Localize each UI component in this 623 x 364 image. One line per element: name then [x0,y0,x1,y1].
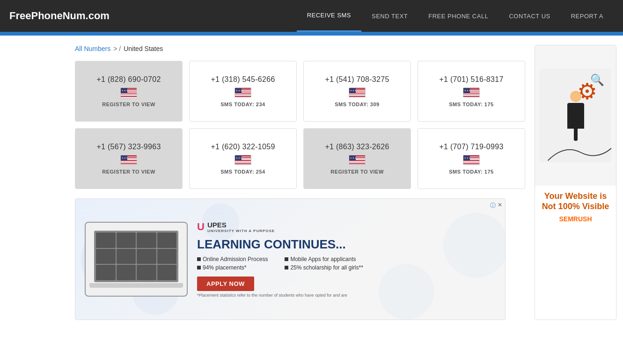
card-4-label: SMS TODAY: 175 [449,102,493,107]
nav-contact-us[interactable]: CONTACT US [498,0,560,32]
svg-point-4 [443,213,505,278]
breadcrumb-all-numbers[interactable]: All Numbers [75,45,110,52]
ad-bullet-4: 25% scholarship for all girls** [285,264,363,271]
ad-x-icon[interactable]: ✕ [498,202,502,210]
nav-free-phone-call[interactable]: FREE PHONE CALL [418,0,498,32]
us-flag-8: ★★★★★★ [463,155,480,165]
ad-disclaimer: *Placement statistics refer to the numbe… [197,293,363,298]
upes-tagline: UNIVERSITY WITH A PURPOSE [207,229,275,233]
sidebar-ad-image: ⚙ 🔍 [535,45,616,186]
sidebar-illustration: ⚙ 🔍 [540,69,611,162]
card-3-label: SMS TODAY: 309 [335,102,379,107]
sidebar-ad: ⓘ ✕ ⚙ 🔍 Your W [535,45,616,320]
breadcrumb: All Numbers > / United States [75,45,525,52]
ad-apply-button[interactable]: APPLY NOW [197,277,254,291]
ad-headline: LEARNING CONTINUES... [197,238,363,251]
phone-number-3: +1 (541) 708-3275 [325,75,389,84]
us-flag-3: ★★★★★★ [349,87,366,98]
upes-name: UPES [207,221,275,229]
card-2-label: SMS TODAY: 234 [220,102,265,107]
phone-card-1[interactable]: +1 (828) 690-0702 ★★★★★★ REGISTER TO VIE… [75,61,183,122]
us-flag-6: ★★★★★★ [235,155,251,165]
bullet-sq-2 [285,257,288,261]
bullet-text-1: Online Admission Process [203,256,268,262]
upes-u-icon: U [197,221,205,233]
phone-number-5: +1 (567) 323-9963 [96,143,161,151]
us-flag-2: ★★★★★★ [235,87,251,98]
bullet-sq-4 [285,266,288,269]
card-1-label: REGISTER TO VIEW [102,102,155,107]
bullet-text-4: 25% scholarship for all girls** [290,264,363,271]
ad-bullets: Online Admission Process Mobile Apps for… [197,256,363,271]
bullet-sq-3 [197,266,201,269]
phone-number-2: +1 (318) 545-6266 [211,75,275,84]
nav-report[interactable]: REPORT A [561,0,614,32]
bullet-text-2: Mobile Apps for applicants [290,256,356,262]
phone-number-7: +1 (863) 323-2626 [325,143,389,151]
us-flag-5: ★★★★★★ [120,155,137,165]
phone-number-1: +1 (828) 690-0702 [96,75,161,84]
us-flag-1: ★★★★★★ [120,87,137,98]
phone-number-6: +1 (620) 322-1059 [211,143,275,151]
content-area: All Numbers > / United States +1 (828) 6… [75,45,525,320]
blue-bar [0,32,623,36]
ad-bullet-2: Mobile Apps for applicants [285,256,363,262]
phone-number-8: +1 (707) 719-0993 [439,143,503,151]
bullet-text-3: 94% placements* [203,264,246,271]
phone-card-7[interactable]: +1 (863) 323-2626 ★★★★★★ REGISTER TO VIE… [303,128,411,189]
ad-laptop-image [85,222,188,297]
ad-text-block: U UPES UNIVERSITY WITH A PURPOSE LEARNIN… [197,221,363,298]
card-5-label: REGISTER TO VIEW [102,169,155,175]
nav-send-text[interactable]: SEND TEXT [361,0,418,32]
main-content: All Numbers > / United States +1 (828) 6… [0,36,623,329]
breadcrumb-separator: > / [113,45,121,52]
ad-bullet-1: Online Admission Process [197,256,275,262]
phone-number-4: +1 (701) 516-8317 [439,75,503,84]
card-8-label: SMS TODAY: 175 [449,169,493,175]
phone-card-8[interactable]: +1 (707) 719-0993 ★★★★★★ SMS TODAY: 175 [418,128,525,189]
phone-card-6[interactable]: +1 (620) 322-1059 ★★★★★★ SMS TODAY: 254 [189,128,297,189]
card-7-label: REGISTER TO VIEW [330,169,384,175]
header: FreePhoneNum.com RECEIVE SMS SEND TEXT F… [0,0,623,32]
logo[interactable]: FreePhoneNum.com [9,10,297,22]
phone-card-2[interactable]: +1 (318) 545-6266 ★★★★★★ SMS TODAY: 234 [189,61,297,122]
nav: RECEIVE SMS SEND TEXT FREE PHONE CALL CO… [297,0,614,32]
breadcrumb-current: United States [124,45,163,52]
magnifying-glass-icon: 🔍 [590,73,604,87]
sidebar-ad-text: Your Website is Not 100% Visible SEMRUSH [535,186,616,228]
semrush-logo: SEMRUSH [541,215,610,223]
ad-info-icon[interactable]: ⓘ [490,202,496,210]
bullet-sq-1 [197,257,201,261]
card-6-label: SMS TODAY: 254 [220,169,265,175]
phone-card-5[interactable]: +1 (567) 323-9963 ★★★★★★ REGISTER TO VIE… [75,128,183,189]
phone-cards-grid: +1 (828) 690-0702 ★★★★★★ REGISTER TO VIE… [75,61,525,189]
phone-card-4[interactable]: +1 (701) 516-8317 ★★★★★★ SMS TODAY: 175 [418,61,525,122]
ad-banner: ⓘ ✕ [75,198,506,320]
sidebar-ad-headline: Your Website is Not 100% Visible [541,191,610,211]
svg-point-3 [379,264,434,320]
ad-person-figure [567,91,584,141]
ad-upes-logo: U UPES UNIVERSITY WITH A PURPOSE [197,221,363,233]
phone-card-3[interactable]: +1 (541) 708-3275 ★★★★★★ SMS TODAY: 309 [303,61,411,122]
ad-bullet-3: 94% placements* [197,264,275,271]
nav-receive-sms[interactable]: RECEIVE SMS [297,0,361,32]
us-flag-4: ★★★★★★ [463,87,480,98]
us-flag-7: ★★★★★★ [349,155,366,165]
ad-close-button[interactable]: ⓘ ✕ [490,202,502,210]
